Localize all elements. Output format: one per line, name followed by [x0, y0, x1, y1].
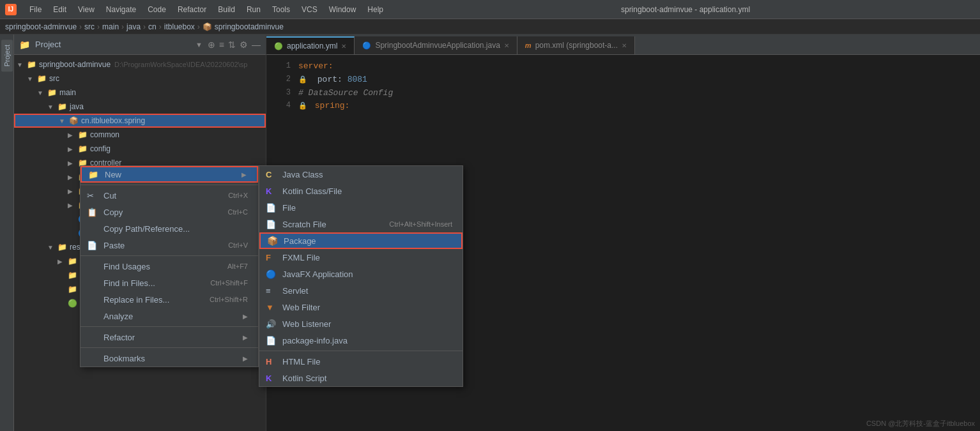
- menu-edit[interactable]: Edit: [48, 4, 72, 15]
- tree-item-root[interactable]: ▼ 📁 springboot-adminvue D:\ProgramWorkSp…: [14, 57, 266, 72]
- tree-arrow-main: ▼: [37, 89, 47, 96]
- sub-context-menu: C Java Class K Kotlin Class/File 📄 File …: [259, 165, 463, 387]
- sub-item-fxml[interactable]: F FXML File: [259, 249, 463, 266]
- code-token-port-val: 8081: [348, 75, 367, 84]
- watermark: CSDN @北芳科技-蓝盒子itbluebox: [866, 419, 975, 428]
- breadcrumb-sep-0: ›: [79, 22, 82, 31]
- sub-item-file[interactable]: 📄 File: [259, 199, 463, 216]
- project-tab[interactable]: Project: [1, 40, 13, 72]
- ctx-item-cut[interactable]: ✂ Cut Ctrl+X: [80, 187, 258, 204]
- ctx-bookmarks-arrow: ▶: [243, 355, 248, 362]
- line-content-2: 🔒 port: 8081: [298, 73, 367, 87]
- breadcrumb-part-4[interactable]: cn: [148, 22, 157, 31]
- expand-icon[interactable]: ≡: [219, 40, 224, 50]
- menu-build[interactable]: Build: [213, 4, 240, 15]
- breadcrumb-part-1[interactable]: src: [84, 22, 95, 31]
- sub-item-webfilter[interactable]: ▼ Web Filter: [259, 299, 463, 315]
- code-token-spring: spring:: [315, 101, 350, 110]
- menu-vcs[interactable]: VCS: [296, 4, 323, 15]
- menu-refactor[interactable]: Refactor: [172, 4, 211, 15]
- ctx-sep-2: [80, 255, 258, 256]
- line-content-4: 🔒 spring:: [298, 100, 349, 113]
- tree-icon-mapper-res: 📁: [68, 257, 77, 266]
- ctx-item-new[interactable]: 📁 New ▶: [80, 166, 258, 183]
- settings-icon[interactable]: ⚙: [240, 40, 248, 50]
- sub-item-servlet[interactable]: ≡ Servlet: [259, 282, 463, 299]
- menu-tools[interactable]: Tools: [267, 4, 295, 15]
- tree-arrow-root: ▼: [17, 61, 27, 68]
- tab-close-pom[interactable]: ✕: [622, 42, 627, 49]
- tab-icon-yml: 🟢: [274, 42, 283, 50]
- sub-label-file: File: [282, 203, 452, 213]
- breadcrumb-part-3[interactable]: java: [126, 22, 141, 31]
- breadcrumb-sep-2: ›: [121, 22, 124, 31]
- ctx-cut-shortcut: Ctrl+X: [228, 192, 248, 199]
- tab-pom-xml[interactable]: m pom.xml (springboot-a... ✕: [517, 36, 635, 54]
- sub-item-kotlinclass[interactable]: K Kotlin Class/File: [259, 183, 463, 199]
- menu-code[interactable]: Code: [142, 4, 171, 15]
- breadcrumb-part-5[interactable]: itbluebox: [164, 22, 195, 31]
- tree-item-main[interactable]: ▼ 📁 main: [14, 86, 266, 100]
- ctx-new-label: New: [105, 170, 231, 179]
- sub-item-html[interactable]: H HTML File: [259, 353, 463, 370]
- tree-item-config[interactable]: ▶ 📁 config: [14, 142, 266, 156]
- sub-label-servlet: Servlet: [282, 286, 452, 296]
- menu-view[interactable]: View: [73, 4, 100, 15]
- sub-item-pkginfo[interactable]: 📄 package-info.java: [259, 332, 463, 349]
- tree-item-java[interactable]: ▼ 📁 java: [14, 100, 266, 114]
- sub-item-javaclass[interactable]: C Java Class: [259, 166, 463, 183]
- panel-toolbar: ⊕ ≡ ⇅ ⚙ —: [208, 40, 261, 50]
- menu-navigate[interactable]: Navigate: [101, 4, 141, 15]
- editor-tabs: 🟢 application.yml ✕ 🔵 SpringbootAdminvue…: [266, 34, 980, 55]
- sub-label-javafx: JavaFX Application: [282, 269, 452, 279]
- tab-close-yml[interactable]: ✕: [341, 43, 346, 50]
- sub-item-kotlinscript[interactable]: K Kotlin Script: [259, 370, 463, 386]
- tree-label-main: main: [59, 88, 76, 97]
- ctx-item-copypath[interactable]: Copy Path/Reference...: [80, 220, 258, 237]
- menu-run[interactable]: Run: [241, 4, 266, 15]
- collapse-icon[interactable]: ⇅: [228, 40, 236, 50]
- breadcrumb-package-icon: 📦: [203, 22, 212, 31]
- ctx-paste-icon: 📄: [87, 241, 98, 250]
- sub-label-scratchfile: Scratch File: [282, 220, 384, 229]
- menu-help[interactable]: Help: [362, 4, 388, 15]
- sub-icon-weblistener: 🔊: [266, 319, 277, 329]
- menu-file[interactable]: File: [24, 4, 47, 15]
- sub-item-weblistener[interactable]: 🔊 Web Listener: [259, 315, 463, 332]
- ctx-copy-label: Copy: [103, 208, 223, 217]
- ctx-analyze-label: Analyze: [103, 312, 233, 321]
- minimize-icon[interactable]: —: [252, 40, 261, 50]
- tab-label-java: SpringbootAdminvueApplication.java: [375, 41, 500, 50]
- tab-springboot-java[interactable]: 🔵 SpringbootAdminvueApplication.java ✕: [355, 36, 517, 54]
- ctx-item-findinfiles[interactable]: Find in Files... Ctrl+Shift+F: [80, 275, 258, 291]
- ctx-item-copy[interactable]: 📋 Copy Ctrl+C: [80, 204, 258, 220]
- tree-label-src: src: [49, 74, 59, 83]
- tab-close-java[interactable]: ✕: [504, 42, 509, 49]
- breadcrumb-part-6[interactable]: springbootadminvue: [215, 22, 284, 31]
- ctx-item-refactor[interactable]: Refactor ▶: [80, 329, 258, 345]
- tree-arrow-mapper: ▶: [68, 188, 78, 195]
- context-menu: 📁 New ▶ ✂ Cut Ctrl+X 📋 Copy Ctrl+C Copy …: [80, 165, 259, 367]
- tree-item-cn-itbluebox[interactable]: ▼ 📦 cn.itbluebox.spring: [14, 114, 266, 128]
- ctx-item-replaceinfiles[interactable]: Replace in Files... Ctrl+Shift+R: [80, 291, 258, 308]
- sub-item-package[interactable]: 📦 Package: [259, 232, 463, 249]
- menu-window[interactable]: Window: [324, 4, 362, 15]
- sub-label-weblistener: Web Listener: [282, 319, 452, 329]
- tree-item-src[interactable]: ▼ 📁 src: [14, 72, 266, 86]
- ctx-item-bookmarks[interactable]: Bookmarks ▶: [80, 350, 258, 367]
- sub-label-html: HTML File: [282, 357, 452, 367]
- breadcrumb-part-2[interactable]: main: [102, 22, 119, 31]
- tab-application-yml[interactable]: 🟢 application.yml ✕: [266, 36, 355, 54]
- code-token-port-key: port:: [315, 75, 348, 84]
- ctx-item-paste[interactable]: 📄 Paste Ctrl+V: [80, 237, 258, 253]
- breadcrumb-part-0[interactable]: springboot-adminvue: [5, 22, 77, 31]
- sub-icon-html: H: [266, 357, 277, 367]
- ctx-item-findusages[interactable]: Find Usages Alt+F7: [80, 258, 258, 275]
- sub-label-package: Package: [284, 236, 451, 246]
- sub-item-javafx[interactable]: 🔵 JavaFX Application: [259, 266, 463, 282]
- tree-item-common[interactable]: ▶ 📁 common: [14, 128, 266, 142]
- sub-icon-kotlinscript: K: [266, 374, 277, 383]
- sub-item-scratchfile[interactable]: 📄 Scratch File Ctrl+Alt+Shift+Insert: [259, 216, 463, 232]
- ctx-item-analyze[interactable]: Analyze ▶: [80, 308, 258, 324]
- locate-icon[interactable]: ⊕: [208, 40, 215, 50]
